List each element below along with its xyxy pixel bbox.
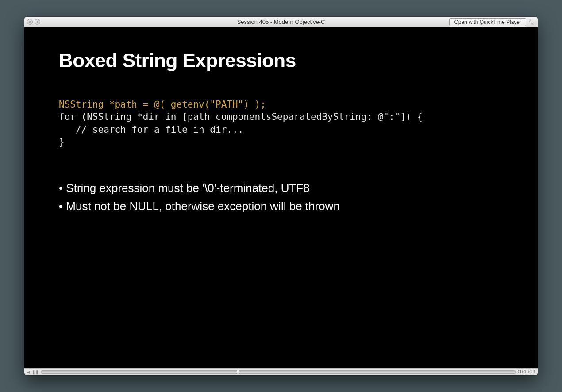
traffic-lights: × +	[27, 19, 40, 25]
progress-bar[interactable]	[41, 370, 516, 374]
pause-icon[interactable]: ❚❚	[32, 370, 39, 374]
slide-title: Boxed String Expressions	[59, 50, 503, 72]
code-line-4: }	[59, 137, 65, 147]
expand-icon[interactable]	[528, 19, 535, 26]
open-with-quicktime-button[interactable]: Open with QuickTime Player	[449, 18, 526, 26]
playback-controls: ◀ ❚❚	[27, 370, 39, 374]
header-buttons: Open with QuickTime Player	[449, 18, 535, 26]
player-window: × + Session 405 - Modern Objective-C Ope…	[24, 17, 538, 375]
slide-content[interactable]: Boxed String Expressions NSString *path …	[24, 27, 538, 368]
code-line-2: for (NSString *dir in [path componentsSe…	[59, 111, 423, 122]
code-line-3: // search for a file in dir...	[59, 124, 243, 135]
code-block: NSString *path = @( getenv("PATH") ); fo…	[59, 98, 503, 148]
close-button[interactable]: ×	[27, 19, 33, 25]
window-titlebar[interactable]: × + Session 405 - Modern Objective-C Ope…	[24, 17, 538, 27]
progress-handle[interactable]	[235, 369, 241, 375]
time-display: 00:19:19	[518, 369, 535, 374]
volume-icon[interactable]: ◀	[27, 370, 30, 374]
bullet-list: String expression must be '\0'-terminate…	[59, 179, 503, 215]
add-button[interactable]: +	[35, 19, 40, 25]
bullet-item-2: Must not be NULL, otherwise exception wi…	[59, 197, 503, 215]
playback-footer: ◀ ❚❚ 00:19:19	[24, 368, 538, 375]
bullet-item-1: String expression must be '\0'-terminate…	[59, 179, 503, 197]
code-line-1: NSString *path = @( getenv("PATH") );	[59, 99, 266, 110]
